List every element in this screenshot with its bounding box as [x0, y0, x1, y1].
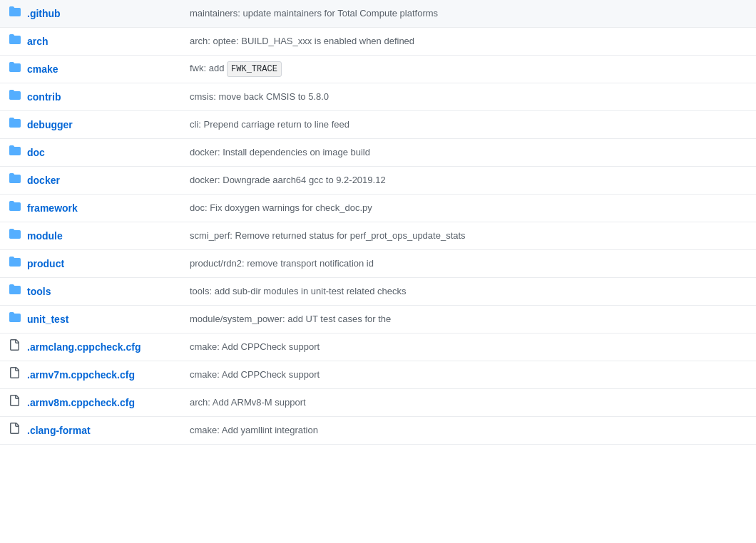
folder-icon	[9, 311, 21, 323]
commit-message-link[interactable]: cmsis: move back CMSIS to 5.8.0	[190, 91, 329, 102]
folder-icon	[9, 284, 21, 295]
file-name-link[interactable]: framework	[27, 202, 78, 214]
file-name-cell: .armv8m.cppcheck.cfg	[24, 389, 181, 417]
table-row: frameworkdoc: Fix doxygen warnings for c…	[0, 195, 756, 222]
commit-message-cell: arch: Add ARMv8-M support	[181, 389, 756, 417]
commit-message-cell: cmake: Add CPPCheck support	[181, 333, 756, 361]
folder-icon-cell	[0, 56, 24, 83]
table-row: modulescmi_perf: Remove returned status …	[0, 222, 756, 250]
commit-message-link[interactable]: cli: Prepend carriage return to line fee…	[190, 119, 349, 130]
table-row: .githubmaintainers: update maintainers f…	[0, 0, 756, 28]
file-name-cell: .github	[24, 0, 181, 28]
folder-icon	[9, 117, 21, 128]
file-name-cell: tools	[24, 278, 181, 306]
file-icon-cell	[0, 333, 24, 361]
folder-icon	[9, 172, 21, 184]
commit-message-link[interactable]: cmake: Add CPPCheck support	[190, 341, 320, 352]
table-row: .armv7m.cppcheck.cfgcmake: Add CPPCheck …	[0, 361, 756, 389]
folder-icon	[9, 200, 21, 212]
file-name-cell: .clang-format	[24, 417, 181, 445]
commit-message-link[interactable]: scmi_perf: Remove returned status for pe…	[190, 230, 466, 241]
table-row: productproduct/rdn2: remove transport no…	[0, 250, 756, 278]
file-name-link[interactable]: product	[27, 258, 64, 269]
commit-message-link[interactable]: tools: add sub-dir modules in unit-test …	[190, 286, 407, 296]
file-icon	[9, 339, 20, 351]
commit-message-cell: cmake: Add CPPCheck support	[181, 361, 756, 389]
file-name-cell: doc	[24, 139, 181, 167]
folder-icon-cell	[0, 222, 24, 250]
commit-message-link[interactable]: arch: Add ARMv8-M support	[190, 397, 306, 408]
file-icon-cell	[0, 389, 24, 417]
commit-message-link[interactable]: maintainers: update maintainers for Tota…	[190, 8, 438, 19]
file-name-cell: framework	[24, 195, 181, 222]
table-row: debuggercli: Prepend carriage return to …	[0, 111, 756, 139]
commit-message-link[interactable]: fwk: add	[190, 63, 227, 73]
file-name-cell: arch	[24, 28, 181, 56]
file-name-link[interactable]: arch	[27, 36, 48, 47]
file-name-link[interactable]: cmake	[27, 63, 58, 75]
folder-icon-cell	[0, 167, 24, 195]
table-row: toolstools: add sub-dir modules in unit-…	[0, 278, 756, 306]
file-name-cell: unit_test	[24, 306, 181, 333]
folder-icon-cell	[0, 250, 24, 278]
file-name-link[interactable]: tools	[27, 286, 51, 297]
file-name-cell: product	[24, 250, 181, 278]
file-name-link[interactable]: module	[27, 230, 63, 242]
table-row: .armclang.cppcheck.cfgcmake: Add CPPChec…	[0, 333, 756, 361]
file-icon-cell	[0, 417, 24, 445]
file-name-cell: docker	[24, 167, 181, 195]
commit-message-cell: scmi_perf: Remove returned status for pe…	[181, 222, 756, 250]
file-name-link[interactable]: unit_test	[27, 314, 68, 325]
table-row: cmakefwk: add FWK_TRACE	[0, 56, 756, 83]
file-name-link[interactable]: .github	[27, 8, 61, 19]
file-icon	[9, 395, 20, 406]
commit-message-link[interactable]: cmake: Add yamllint integration	[190, 425, 318, 435]
commit-message-cell: cli: Prepend carriage return to line fee…	[181, 111, 756, 139]
commit-message-cell: tools: add sub-dir modules in unit-test …	[181, 278, 756, 306]
commit-message-link[interactable]: docker: Install dependencies on image bu…	[190, 147, 370, 157]
file-name-cell: .armv7m.cppcheck.cfg	[24, 361, 181, 389]
folder-icon	[9, 61, 21, 73]
table-row: .clang-formatcmake: Add yamllint integra…	[0, 417, 756, 445]
table-row: archarch: optee: BUILD_HAS_xxx is enable…	[0, 28, 756, 56]
commit-message-link[interactable]: module/system_power: add UT test cases f…	[190, 314, 391, 324]
folder-icon	[9, 256, 21, 267]
code-badge: FWK_TRACE	[227, 61, 282, 77]
commit-message-cell: docker: Downgrade aarch64 gcc to 9.2-201…	[181, 167, 756, 195]
folder-icon	[9, 6, 21, 17]
folder-icon	[9, 89, 21, 100]
commit-message-cell: product/rdn2: remove transport notificat…	[181, 250, 756, 278]
file-icon-cell	[0, 361, 24, 389]
commit-message-link[interactable]: product/rdn2: remove transport notificat…	[190, 258, 374, 269]
table-row: .armv8m.cppcheck.cfgarch: Add ARMv8-M su…	[0, 389, 756, 417]
folder-icon-cell	[0, 28, 24, 56]
commit-message-link[interactable]: arch: optee: BUILD_HAS_xxx is enabled wh…	[190, 36, 414, 46]
file-name-link[interactable]: .armv7m.cppcheck.cfg	[27, 369, 135, 381]
commit-message-link[interactable]: cmake: Add CPPCheck support	[190, 369, 320, 380]
file-name-link[interactable]: debugger	[27, 119, 73, 130]
commit-message-link[interactable]: doc: Fix doxygen warnings for check_doc.…	[190, 202, 372, 213]
folder-icon-cell	[0, 195, 24, 222]
commit-message-cell: cmsis: move back CMSIS to 5.8.0	[181, 83, 756, 111]
table-row: dockerdocker: Downgrade aarch64 gcc to 9…	[0, 167, 756, 195]
commit-message-cell: arch: optee: BUILD_HAS_xxx is enabled wh…	[181, 28, 756, 56]
table-row: contribcmsis: move back CMSIS to 5.8.0	[0, 83, 756, 111]
file-name-link[interactable]: doc	[27, 147, 45, 158]
commit-message-cell: cmake: Add yamllint integration	[181, 417, 756, 445]
table-row: docdocker: Install dependencies on image…	[0, 139, 756, 167]
commit-message-link[interactable]: docker: Downgrade aarch64 gcc to 9.2-201…	[190, 175, 386, 185]
commit-message-cell: doc: Fix doxygen warnings for check_doc.…	[181, 195, 756, 222]
file-name-cell: cmake	[24, 56, 181, 83]
folder-icon-cell	[0, 83, 24, 111]
file-name-link[interactable]: .armclang.cppcheck.cfg	[27, 341, 141, 353]
file-name-link[interactable]: contrib	[27, 91, 61, 103]
folder-icon-cell	[0, 278, 24, 306]
table-row: unit_testmodule/system_power: add UT tes…	[0, 306, 756, 333]
file-name-link[interactable]: docker	[27, 175, 60, 186]
file-name-link[interactable]: .armv8m.cppcheck.cfg	[27, 397, 135, 408]
file-name-link[interactable]: .clang-format	[27, 425, 91, 436]
folder-icon-cell	[0, 139, 24, 167]
commit-message-cell: fwk: add FWK_TRACE	[181, 56, 756, 83]
folder-icon-cell	[0, 306, 24, 333]
folder-icon	[9, 228, 21, 239]
